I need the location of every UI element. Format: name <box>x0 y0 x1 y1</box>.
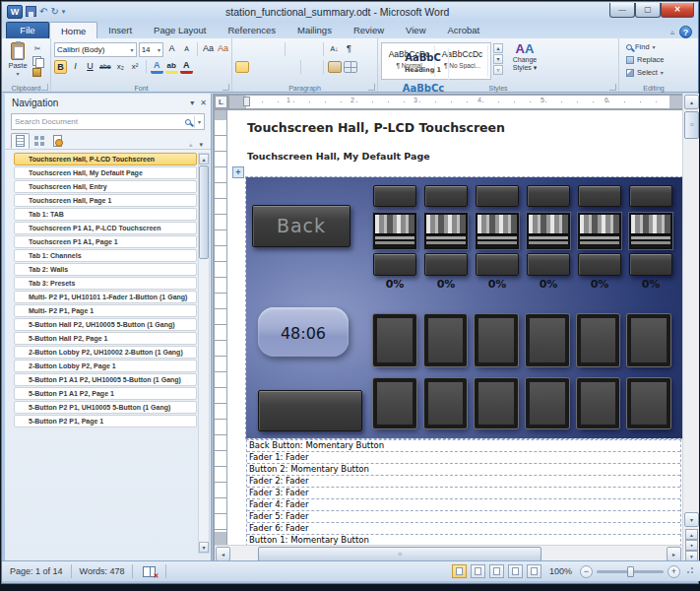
word-logo-icon[interactable]: W <box>7 5 23 19</box>
nav-item[interactable]: Multi- P2 P1, UH10101 1-Fader 1-Button (… <box>14 291 197 303</box>
navigation-options-icon[interactable]: ▾ <box>190 98 194 107</box>
move-handle-icon[interactable]: + <box>232 166 244 178</box>
next-heading-icon[interactable]: ▾ <box>199 141 203 149</box>
touchscreen-button[interactable] <box>424 314 468 366</box>
search-options-icon[interactable]: ▾ <box>198 118 201 125</box>
touchscreen-button[interactable] <box>627 378 670 428</box>
undo-icon[interactable]: ↶ <box>39 5 47 19</box>
styles-scroll-down-icon[interactable]: ▾ <box>493 54 503 64</box>
clear-formatting-button[interactable]: Aa <box>217 42 229 56</box>
numbering-icon[interactable] <box>251 43 265 55</box>
touchscreen-button[interactable] <box>627 314 670 366</box>
proofing-errors-icon[interactable] <box>143 566 156 577</box>
horizontal-scrollbar[interactable]: ◂ ▸ <box>215 545 682 561</box>
bullets-icon[interactable] <box>235 43 249 55</box>
nav-item[interactable]: Tab 3: Presets <box>14 277 197 290</box>
nav-tab-pages[interactable] <box>30 133 48 149</box>
fader-slider[interactable] <box>578 213 621 249</box>
fader-up-button[interactable] <box>424 185 468 207</box>
fader-up-button[interactable] <box>527 185 570 207</box>
fader-slider[interactable] <box>424 213 468 249</box>
indent-marker[interactable] <box>243 97 250 106</box>
clipboard-dialog-launcher[interactable] <box>41 84 48 91</box>
tab-file[interactable]: File <box>6 22 49 38</box>
shrink-font-button[interactable]: A <box>180 42 193 56</box>
change-case-button[interactable]: Aa <box>202 42 215 56</box>
touchscreen-button[interactable] <box>526 314 569 366</box>
back-button[interactable]: Back <box>252 205 350 247</box>
line-spacing-icon[interactable] <box>305 61 319 73</box>
nav-item[interactable]: Touchscreen Hall, My Default Page <box>14 166 197 179</box>
tab-acrobat[interactable]: Acrobat <box>437 22 491 38</box>
font-name-dropdown-icon[interactable]: ▾ <box>131 46 134 53</box>
touchscreen-button[interactable] <box>475 314 518 366</box>
replace-button[interactable]: Replace <box>622 53 686 66</box>
close-button[interactable]: ✕ <box>661 3 694 18</box>
view-web-layout-button[interactable] <box>489 564 504 578</box>
tab-mailings[interactable]: Mailings <box>286 22 343 38</box>
fader-slider[interactable] <box>629 213 672 249</box>
navigation-scrollbar[interactable]: ▴ ▾ <box>198 153 210 554</box>
zoom-slider[interactable] <box>597 570 664 573</box>
touchscreen-button[interactable] <box>577 314 620 366</box>
scroll-left-icon[interactable]: ◂ <box>216 547 230 561</box>
strikethrough-button[interactable]: abe <box>98 60 112 74</box>
resize-grip[interactable] <box>684 566 694 576</box>
borders-icon[interactable] <box>344 61 357 73</box>
tab-insert[interactable]: Insert <box>97 22 143 38</box>
tab-selector[interactable]: L <box>215 96 227 108</box>
fader-slider[interactable] <box>527 213 570 249</box>
collapse-ribbon-icon[interactable]: ▵ <box>670 28 674 36</box>
shading-icon[interactable] <box>328 61 342 73</box>
paragraph-dialog-launcher[interactable] <box>368 84 375 91</box>
word-count[interactable]: Words: 478 <box>72 566 133 576</box>
highlight-button[interactable]: ab <box>165 60 178 74</box>
nav-tab-results[interactable] <box>48 133 67 149</box>
tab-references[interactable]: References <box>217 22 286 38</box>
view-draft-button[interactable] <box>527 564 541 578</box>
font-dialog-launcher[interactable] <box>223 84 229 91</box>
touchscreen-button[interactable] <box>373 314 416 366</box>
select-button[interactable]: Select ▾ <box>622 66 686 79</box>
nav-item[interactable]: Tab 1: TAB <box>14 208 197 221</box>
copy-icon[interactable] <box>32 56 42 66</box>
navigation-close-icon[interactable]: ✕ <box>200 98 207 107</box>
view-full-screen-button[interactable] <box>471 564 485 578</box>
nav-tab-headings[interactable] <box>11 133 30 149</box>
minimize-button[interactable]: — <box>609 3 635 18</box>
vertical-scroll-thumb[interactable] <box>684 111 699 139</box>
sort-icon[interactable]: A↓ <box>328 42 341 56</box>
view-print-layout-button[interactable] <box>452 564 467 578</box>
vertical-scrollbar[interactable]: ▴ ▾ ▴ ● ▾ <box>682 94 699 561</box>
nav-item[interactable]: Tab 2: Walls <box>14 263 197 276</box>
nav-item[interactable]: Touchscreen Hall, P-LCD Touchscreen <box>14 153 197 165</box>
nav-item[interactable]: 5-Button P1 A1 P2, UH10005 5-Button (1 G… <box>14 373 197 386</box>
fader-down-button[interactable] <box>578 253 621 276</box>
nav-scroll-up-icon[interactable]: ▴ <box>199 154 209 164</box>
touchscreen-button[interactable] <box>526 378 569 428</box>
paste-dropdown-icon[interactable]: ▾ <box>16 70 19 77</box>
blank-wide-button[interactable] <box>258 390 362 431</box>
text-effects-button[interactable]: A <box>151 60 163 74</box>
grow-font-button[interactable]: A <box>165 42 178 56</box>
horizontal-scroll-thumb[interactable] <box>258 547 541 561</box>
zoom-in-button[interactable]: + <box>668 565 680 578</box>
redo-icon[interactable]: ↻ <box>50 5 58 19</box>
touchscreen-image[interactable]: Back 48:06 0% 0% <box>246 177 682 438</box>
search-icon[interactable] <box>185 119 191 125</box>
format-painter-icon[interactable] <box>32 68 41 77</box>
multilevel-list-icon[interactable] <box>267 43 281 55</box>
nav-item[interactable]: 2-Button Lobby P2, UH10002 2-Button (1 G… <box>14 346 197 359</box>
tab-review[interactable]: Review <box>343 22 395 38</box>
fader-up-button[interactable] <box>373 185 416 207</box>
tab-view[interactable]: View <box>395 22 436 38</box>
nav-item[interactable]: Touchscreen P1 A1, Page 1 <box>14 235 197 248</box>
fader-up-button[interactable] <box>476 185 519 207</box>
save-icon[interactable] <box>26 6 36 17</box>
nav-scroll-down-icon[interactable]: ▾ <box>199 542 209 553</box>
nav-item[interactable]: 5-Button P2 P1, Page 1 <box>14 415 197 427</box>
touchscreen-button[interactable] <box>475 378 518 428</box>
font-size-dropdown-icon[interactable]: ▾ <box>158 46 160 53</box>
scroll-right-icon[interactable]: ▸ <box>667 547 681 561</box>
align-right-button[interactable] <box>267 61 281 73</box>
